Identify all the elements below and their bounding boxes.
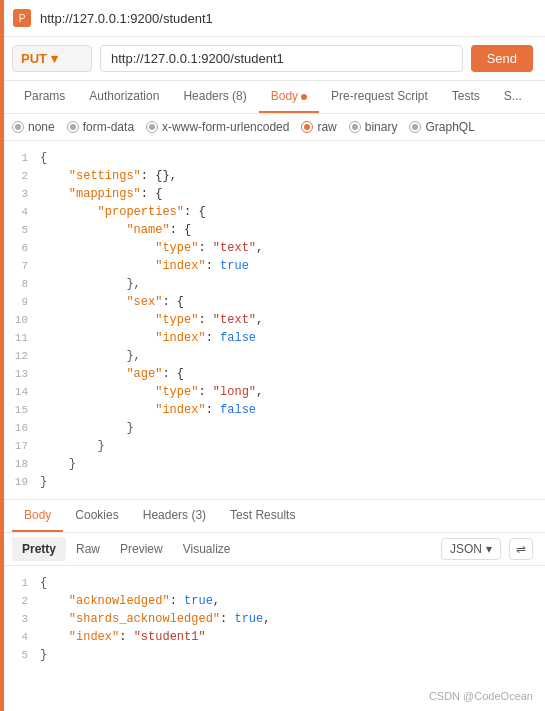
table-row: 12 },	[0, 347, 545, 365]
method-select[interactable]: PUT ▾	[12, 45, 92, 72]
tab-params[interactable]: Params	[12, 81, 77, 113]
request-body-editor[interactable]: 1{2 "settings": {},3 "mappings": {4 "pro…	[0, 141, 545, 500]
line-number: 5	[0, 221, 40, 239]
line-number: 17	[0, 437, 40, 455]
radio-dot-graphql	[409, 121, 421, 133]
line-number: 19	[0, 473, 40, 491]
line-content: "acknowledged": true,	[40, 592, 545, 610]
left-accent	[0, 0, 4, 711]
radio-dot-binary	[349, 121, 361, 133]
line-number: 10	[0, 311, 40, 329]
table-row: 4 "index": "student1"	[0, 628, 545, 646]
line-number: 14	[0, 383, 40, 401]
table-row: 19}	[0, 473, 545, 491]
line-content: "mappings": {	[40, 185, 545, 203]
line-number: 12	[0, 347, 40, 365]
radio-dot-form-data	[67, 121, 79, 133]
wrap-button[interactable]: ⇌	[509, 538, 533, 560]
radio-dot-urlencoded	[146, 121, 158, 133]
line-content: "type": "text",	[40, 311, 545, 329]
line-number: 13	[0, 365, 40, 383]
resp-raw-btn[interactable]: Raw	[66, 537, 110, 561]
line-content: "age": {	[40, 365, 545, 383]
table-row: 5}	[0, 646, 545, 664]
table-row: 5 "name": {	[0, 221, 545, 239]
table-row: 1{	[0, 574, 545, 592]
table-row: 8 },	[0, 275, 545, 293]
title-bar: P http://127.0.0.1:9200/student1	[0, 0, 545, 37]
line-number: 4	[0, 628, 40, 646]
line-content: "name": {	[40, 221, 545, 239]
table-row: 11 "index": false	[0, 329, 545, 347]
tab-headers[interactable]: Headers (8)	[171, 81, 258, 113]
line-content: {	[40, 574, 545, 592]
line-number: 7	[0, 257, 40, 275]
table-row: 4 "properties": {	[0, 203, 545, 221]
tab-pre-request[interactable]: Pre-request Script	[319, 81, 440, 113]
radio-binary[interactable]: binary	[349, 120, 398, 134]
response-body-display: 1{2 "acknowledged": true,3 "shards_ackno…	[0, 566, 545, 686]
table-row: 3 "mappings": {	[0, 185, 545, 203]
line-number: 8	[0, 275, 40, 293]
line-content: "index": "student1"	[40, 628, 545, 646]
line-number: 9	[0, 293, 40, 311]
table-row: 15 "index": false	[0, 401, 545, 419]
method-label: PUT	[21, 51, 47, 66]
chevron-down-icon: ▾	[51, 51, 58, 66]
line-content: }	[40, 473, 545, 491]
tab-tests[interactable]: Tests	[440, 81, 492, 113]
line-content: }	[40, 455, 545, 473]
resp-tab-cookies[interactable]: Cookies	[63, 500, 130, 532]
table-row: 10 "type": "text",	[0, 311, 545, 329]
radio-none[interactable]: none	[12, 120, 55, 134]
table-row: 13 "age": {	[0, 365, 545, 383]
line-content: },	[40, 347, 545, 365]
line-content: },	[40, 275, 545, 293]
line-number: 15	[0, 401, 40, 419]
line-number: 3	[0, 610, 40, 628]
table-row: 2 "settings": {},	[0, 167, 545, 185]
line-content: "settings": {},	[40, 167, 545, 185]
line-content: "sex": {	[40, 293, 545, 311]
url-input[interactable]	[100, 45, 463, 72]
table-row: 16 }	[0, 419, 545, 437]
tab-settings[interactable]: S...	[492, 81, 534, 113]
table-row: 3 "shards_acknowledged": true,	[0, 610, 545, 628]
radio-graphql[interactable]: GraphQL	[409, 120, 474, 134]
line-number: 6	[0, 239, 40, 257]
radio-dot-none	[12, 121, 24, 133]
table-row: 1{	[0, 149, 545, 167]
tab-authorization[interactable]: Authorization	[77, 81, 171, 113]
line-content: {	[40, 149, 545, 167]
line-content: "properties": {	[40, 203, 545, 221]
table-row: 9 "sex": {	[0, 293, 545, 311]
resp-tab-headers[interactable]: Headers (3)	[131, 500, 218, 532]
radio-dot-raw	[301, 121, 313, 133]
resp-tab-test-results[interactable]: Test Results	[218, 500, 307, 532]
resp-tab-body[interactable]: Body	[12, 500, 63, 532]
line-number: 16	[0, 419, 40, 437]
resp-preview-btn[interactable]: Preview	[110, 537, 173, 561]
resp-visualize-btn[interactable]: Visualize	[173, 537, 241, 561]
table-row: 6 "type": "text",	[0, 239, 545, 257]
radio-raw[interactable]: raw	[301, 120, 336, 134]
line-content: "type": "text",	[40, 239, 545, 257]
format-select[interactable]: JSON ▾	[441, 538, 501, 560]
table-row: 14 "type": "long",	[0, 383, 545, 401]
line-content: "type": "long",	[40, 383, 545, 401]
radio-form-data[interactable]: form-data	[67, 120, 134, 134]
line-number: 2	[0, 592, 40, 610]
radio-urlencoded[interactable]: x-www-form-urlencoded	[146, 120, 289, 134]
table-row: 2 "acknowledged": true,	[0, 592, 545, 610]
body-dot	[301, 94, 307, 100]
table-row: 7 "index": true	[0, 257, 545, 275]
line-number: 2	[0, 167, 40, 185]
line-number: 11	[0, 329, 40, 347]
table-row: 17 }	[0, 437, 545, 455]
body-type-options: none form-data x-www-form-urlencoded raw…	[0, 114, 545, 141]
line-content: }	[40, 437, 545, 455]
send-button[interactable]: Send	[471, 45, 533, 72]
line-number: 1	[0, 149, 40, 167]
resp-pretty-btn[interactable]: Pretty	[12, 537, 66, 561]
tab-body[interactable]: Body	[259, 81, 319, 113]
